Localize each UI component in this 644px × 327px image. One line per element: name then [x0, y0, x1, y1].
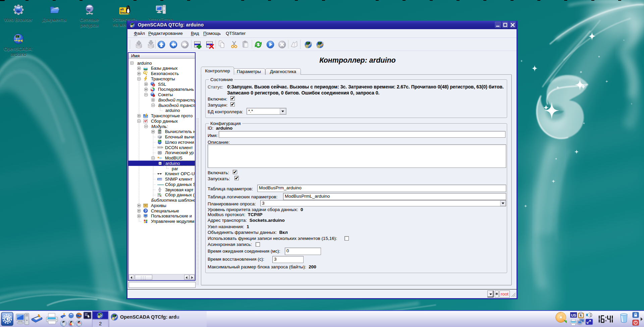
- svg-text:par: par: [172, 166, 178, 171]
- svg-text:Библиотека шаблоно: Библиотека шаблоно: [151, 198, 195, 203]
- svg-text:Транспортные прото: Транспортные прото: [151, 113, 193, 118]
- svg-text:1: 1: [100, 313, 102, 318]
- svg-text:2: 2: [99, 321, 102, 326]
- svg-text:Безопасность: Безопасность: [151, 71, 179, 76]
- svg-text:Управление модулям: Управление модулям: [151, 219, 194, 224]
- svg-text:Транспорты: Транспорты: [151, 76, 175, 81]
- svg-text:SSL: SSL: [158, 82, 166, 87]
- svg-text:Шлюз источни: Шлюз источни: [165, 140, 194, 145]
- svg-text:arduino: arduino: [137, 61, 152, 66]
- svg-text:Выходной транспо: Выходной транспо: [158, 103, 195, 108]
- svg-text:Базы данных: Базы данных: [151, 66, 178, 71]
- svg-text:ModBUS: ModBUS: [165, 155, 182, 160]
- svg-text:OpenSCADA QTCfg: ardu: OpenSCADA QTCfg: ardu: [120, 314, 179, 320]
- svg-text:arduino: arduino: [165, 161, 180, 166]
- svg-text:Звуковая карт: Звуковая карт: [165, 187, 194, 192]
- svg-text:Модуль:: Модуль:: [151, 124, 168, 129]
- svg-text:Блочный вычи: Блочный вычи: [165, 134, 195, 139]
- svg-text:Сбор данных (: Сбор данных (: [165, 192, 195, 197]
- svg-text:Последовательнь: Последовательнь: [158, 87, 194, 92]
- svg-text:SNMP клиент: SNMP клиент: [165, 177, 193, 182]
- svg-text:Клиент OPC-U: Клиент OPC-U: [165, 171, 195, 176]
- svg-text:k: k: [580, 314, 582, 317]
- svg-text:Вычислитель н: Вычислитель н: [165, 129, 195, 134]
- svg-text:DCON клиент: DCON клиент: [165, 145, 193, 150]
- svg-text:10.95: 10.95: [16, 36, 21, 38]
- svg-text:Сокеты: Сокеты: [158, 92, 173, 97]
- svg-text:Пользовательские и: Пользовательские и: [151, 213, 192, 218]
- svg-text:Архивы: Архивы: [151, 203, 166, 208]
- svg-text:arduino: arduino: [165, 108, 180, 113]
- svg-text:Сбор данных: Сбор данных: [151, 119, 178, 124]
- svg-text:US: US: [571, 313, 576, 317]
- svg-text:Специальные: Специальные: [151, 208, 179, 213]
- svg-text:Сбор данных S: Сбор данных S: [165, 182, 195, 187]
- svg-text:Входной транспор: Входной транспор: [158, 97, 195, 103]
- svg-text:Логический ур: Логический ур: [165, 150, 194, 155]
